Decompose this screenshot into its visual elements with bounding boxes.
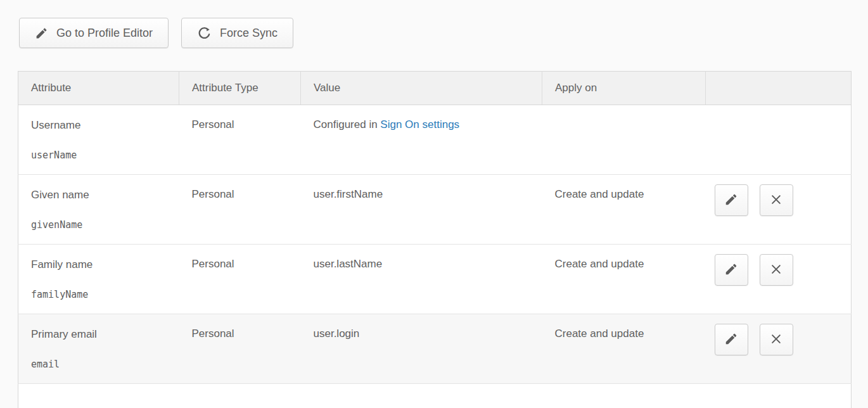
attribute-type-cell: Personal [179, 314, 301, 384]
delete-attribute-button[interactable] [760, 184, 793, 216]
attribute-table-container: Attribute Attribute Type Value Apply on … [18, 71, 868, 408]
attribute-label: Family name [31, 258, 173, 271]
actions-cell [706, 175, 852, 245]
value-cell: user.firstName [301, 175, 542, 245]
column-header-apply-on: Apply on [542, 72, 706, 105]
attribute-variable-name: givenName [31, 219, 173, 231]
attribute-type-cell: Personal [179, 175, 301, 245]
pencil-icon [35, 27, 48, 40]
value-cell: user.login [301, 314, 542, 384]
actions-cell [706, 105, 852, 175]
attribute-label: Username [31, 118, 173, 132]
actions-cell [706, 314, 852, 384]
pencil-icon [724, 262, 738, 278]
value-cell: user.lastName [301, 245, 542, 314]
attribute-variable-name: familyName [31, 289, 173, 300]
go-to-profile-editor-label: Go to Profile Editor [56, 27, 153, 40]
apply-on-cell [542, 105, 706, 175]
table-row-username: Username userName Personal Configured in… [18, 105, 852, 175]
attribute-type-cell: Personal [179, 245, 301, 314]
apply-on-cell: Create and update [542, 314, 706, 384]
table-row-family-name: Family name familyName Personal user.las… [18, 245, 852, 314]
attribute-variable-name: email [31, 359, 173, 370]
pencil-icon [724, 193, 738, 208]
column-header-attribute-type: Attribute Type [179, 72, 301, 105]
apply-on-cell: Create and update [542, 245, 706, 314]
column-header-value: Value [301, 72, 542, 105]
edit-attribute-button[interactable] [715, 254, 748, 286]
table-row-given-name: Given name givenName Personal user.first… [18, 175, 852, 245]
apply-on-cell: Create and update [542, 175, 706, 245]
x-icon [770, 333, 782, 347]
sign-on-settings-link[interactable]: Sign On settings [380, 118, 459, 131]
pencil-icon [724, 332, 738, 348]
delete-attribute-button[interactable] [760, 324, 793, 355]
table-row-partial [18, 384, 852, 408]
table-header: Attribute Attribute Type Value Apply on [18, 72, 852, 105]
attribute-variable-name: userName [31, 150, 173, 161]
attribute-label: Primary email [31, 328, 173, 341]
actions-cell [706, 245, 852, 314]
value-cell: Configured in Sign On settings [301, 105, 542, 175]
refresh-icon [197, 26, 212, 41]
x-icon [770, 193, 782, 208]
go-to-profile-editor-button[interactable]: Go to Profile Editor [19, 18, 169, 48]
edit-attribute-button[interactable] [715, 184, 748, 216]
column-header-attribute: Attribute [18, 72, 179, 105]
toolbar: Go to Profile Editor Force Sync [19, 18, 868, 48]
attribute-type-cell: Personal [179, 105, 301, 175]
attribute-mappings-page: Go to Profile Editor Force Sync Attribut… [0, 0, 868, 408]
edit-attribute-button[interactable] [715, 324, 748, 355]
column-header-actions [706, 72, 852, 105]
force-sync-button[interactable]: Force Sync [181, 18, 293, 48]
attribute-label: Given name [31, 188, 173, 201]
value-prefix-text: Configured in [314, 118, 381, 131]
force-sync-label: Force Sync [220, 27, 278, 40]
x-icon [770, 263, 782, 277]
attribute-table: Attribute Attribute Type Value Apply on … [18, 71, 852, 408]
delete-attribute-button[interactable] [760, 254, 793, 286]
table-row-primary-email: Primary email email Personal user.login … [18, 314, 852, 384]
